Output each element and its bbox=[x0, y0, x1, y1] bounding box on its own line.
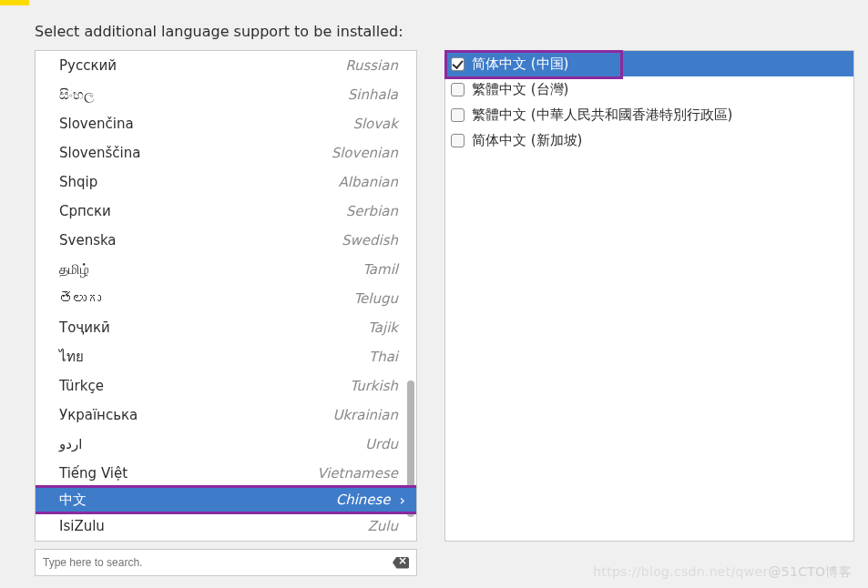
language-english-label: Telugu bbox=[353, 290, 398, 307]
language-native-label: తెలుగు bbox=[59, 290, 101, 307]
language-native-label: 中文 bbox=[59, 492, 87, 509]
language-native-label: Українська bbox=[59, 407, 138, 423]
language-row[interactable]: 中文Chinese› bbox=[35, 485, 417, 514]
checkbox-icon[interactable] bbox=[451, 57, 465, 71]
language-english-label: Albanian bbox=[338, 174, 398, 190]
language-row[interactable]: తెలుగుTelugu bbox=[36, 284, 416, 313]
language-list[interactable]: РусскийRussianසිංහලSinhalaSlovenčinaSlov… bbox=[35, 50, 417, 542]
top-accent-bar bbox=[0, 0, 29, 5]
language-native-label: Slovenščina bbox=[59, 145, 140, 161]
language-english-label: Serbian bbox=[346, 203, 398, 219]
language-english-label: Ukrainian bbox=[332, 407, 398, 423]
language-row[interactable]: தமிழ்Tamil bbox=[36, 255, 416, 284]
language-native-label: Slovenčina bbox=[59, 116, 134, 132]
language-english-label: Urdu bbox=[365, 436, 398, 452]
language-english-label: Tajik bbox=[368, 319, 398, 336]
language-english-label: Chinese bbox=[336, 492, 391, 508]
language-row[interactable]: СрпскиSerbian bbox=[36, 197, 416, 226]
language-row[interactable]: IsiZuluZulu bbox=[36, 512, 416, 541]
variant-row[interactable]: 繁體中文 (中華人民共和國香港特別行政區) bbox=[445, 102, 853, 127]
language-english-label: Thai bbox=[369, 349, 398, 365]
language-row[interactable]: SlovenščinaSlovenian bbox=[36, 138, 416, 167]
language-row[interactable]: УкраїнськаUkrainian bbox=[36, 400, 416, 430]
language-native-label: Svenska bbox=[59, 232, 117, 248]
language-native-label: தமிழ் bbox=[59, 261, 89, 278]
language-english-label: Russian bbox=[345, 57, 398, 74]
language-english-label: Slovenian bbox=[332, 145, 398, 161]
language-english-label: Swedish bbox=[342, 232, 398, 248]
language-row[interactable]: TürkçeTurkish bbox=[36, 371, 416, 400]
language-english-label: Turkish bbox=[350, 378, 398, 394]
checkbox-icon[interactable] bbox=[451, 83, 465, 96]
language-row[interactable]: ShqipAlbanian bbox=[36, 167, 416, 197]
language-row[interactable]: සිංහලSinhala bbox=[36, 80, 416, 109]
language-native-label: Shqip bbox=[59, 174, 97, 190]
page-title: Select additional language support to be… bbox=[35, 23, 403, 40]
variant-row[interactable]: 繁體中文 (台灣) bbox=[445, 76, 853, 102]
language-column: РусскийRussianසිංහලSinhalaSlovenčinaSlov… bbox=[35, 50, 417, 576]
language-native-label: اردو bbox=[59, 436, 82, 452]
language-row[interactable]: SlovenčinaSlovak bbox=[36, 109, 416, 138]
language-native-label: Тоҷикӣ bbox=[59, 319, 110, 336]
language-english-label: Vietnamese bbox=[317, 465, 398, 482]
language-english-label: Tamil bbox=[363, 261, 398, 278]
checkbox-icon[interactable] bbox=[451, 108, 465, 122]
language-native-label: Tiếng Việt bbox=[59, 465, 128, 482]
chevron-right-icon: › bbox=[400, 492, 405, 509]
checkbox-icon[interactable] bbox=[451, 134, 465, 147]
variant-row[interactable]: 简体中文 (新加坡) bbox=[445, 127, 853, 153]
scrollbar-track[interactable] bbox=[407, 53, 414, 539]
variant-label: 简体中文 (新加坡) bbox=[472, 132, 582, 149]
language-english-label: Slovak bbox=[352, 116, 398, 132]
language-native-label: Српски bbox=[59, 203, 111, 219]
variant-label: 繁體中文 (台灣) bbox=[472, 81, 568, 98]
language-row[interactable]: РусскийRussian bbox=[36, 51, 416, 80]
search-box[interactable] bbox=[35, 549, 417, 576]
language-english-label: Sinhala bbox=[348, 86, 398, 103]
language-native-label: සිංහල bbox=[59, 86, 94, 103]
language-native-label: ไทย bbox=[59, 346, 84, 368]
language-english-label: Zulu bbox=[368, 518, 398, 534]
language-row[interactable]: ไทยThai bbox=[36, 342, 416, 371]
variant-label: 简体中文 (中国) bbox=[472, 56, 568, 73]
search-input[interactable] bbox=[43, 556, 393, 569]
language-row[interactable]: ТоҷикӣTajik bbox=[36, 313, 416, 342]
language-row[interactable]: SvenskaSwedish bbox=[36, 226, 416, 255]
language-row[interactable]: اردوUrdu bbox=[36, 430, 416, 459]
language-native-label: Русский bbox=[59, 57, 117, 74]
variant-label: 繁體中文 (中華人民共和國香港特別行政區) bbox=[472, 106, 732, 124]
language-row[interactable]: Tiếng ViệtVietnamese bbox=[36, 459, 416, 488]
clear-search-icon[interactable] bbox=[393, 557, 409, 569]
variant-list: 简体中文 (中国)繁體中文 (台灣)繁體中文 (中華人民共和國香港特別行政區)简… bbox=[444, 50, 854, 542]
variant-row[interactable]: 简体中文 (中国) bbox=[445, 51, 853, 76]
language-native-label: Türkçe bbox=[59, 378, 104, 394]
language-native-label: IsiZulu bbox=[59, 518, 105, 534]
